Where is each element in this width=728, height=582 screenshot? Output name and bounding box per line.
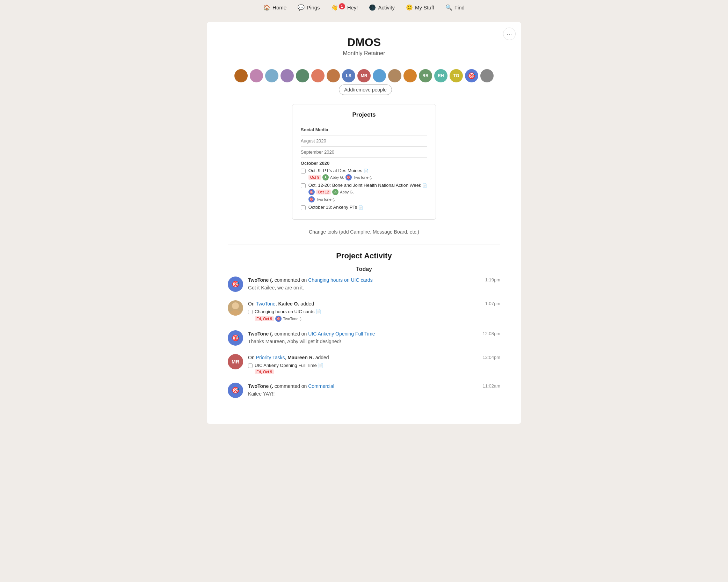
date-tag: Oct 9 (308, 175, 321, 180)
change-tools-link[interactable]: Change tools (add Campfire, Message Boar… (309, 229, 419, 235)
activity-item: 🎯 TwoTone (. commented on Changing hours… (228, 277, 500, 292)
activity-project-link[interactable]: Priority Tasks (256, 355, 285, 360)
avatar[interactable]: LS (342, 69, 355, 82)
project-title: DMOS (214, 36, 514, 49)
mini-avatar: A (322, 174, 329, 181)
aug2020-label[interactable]: August 2020 (301, 138, 427, 143)
assignee-label: TwoTone (. (283, 317, 302, 321)
activity-item: MR On Priority Tasks, Maureen R. added 1… (228, 354, 500, 374)
mini-avatar: 🎯 (345, 174, 352, 181)
sep2020-label[interactable]: September 2020 (301, 149, 427, 155)
avatar[interactable] (265, 69, 278, 82)
projects-box-title: Projects (301, 111, 427, 118)
project-header: DMOS Monthly Retainer (207, 22, 521, 64)
mini-avatar: 🎯 (308, 189, 315, 195)
nav-home-label: Home (272, 5, 286, 10)
project-subtitle: Monthly Retainer (214, 50, 514, 57)
avatar[interactable]: MR (357, 69, 371, 82)
activity-link[interactable]: UIC Ankeny Opening Full Time (308, 331, 375, 337)
doc-icon: 📄 (316, 309, 321, 314)
nav-mystuff-label: My Stuff (415, 5, 434, 10)
activity-text: On TwoTone, Kailee O. added (248, 300, 314, 308)
activity-meta: Fri, Oct 9 (255, 369, 323, 374)
add-remove-people-button[interactable]: Add/remove people (339, 84, 392, 95)
more-options-button[interactable]: ··· (503, 28, 516, 40)
nav-activity-label: Activity (378, 5, 395, 10)
doc-icon: 📄 (318, 363, 323, 368)
date-tag: Oct 12 (316, 190, 331, 194)
nav-home[interactable]: 🏠 Home (263, 4, 286, 11)
nav-hey[interactable]: 👋 1 Hey! (331, 4, 358, 11)
avatar[interactable]: RR (419, 69, 432, 82)
assignee-label: TwoTone (. (353, 175, 372, 179)
activity-link[interactable]: Changing hours on UIC cards (308, 277, 372, 283)
todo-checkbox[interactable] (301, 169, 306, 174)
nav-pings[interactable]: 💬 Pings (298, 4, 320, 11)
activity-project-link[interactable]: TwoTone (256, 301, 276, 307)
activity-body: TwoTone (. commented on Changing hours o… (248, 277, 500, 290)
avatar[interactable]: RH (434, 69, 447, 82)
todo-text: October 13: Ankeny PTs 📄 (308, 205, 363, 210)
find-icon: 🔍 (445, 4, 452, 11)
todo-checkbox[interactable] (248, 310, 253, 314)
activity-body: On TwoTone, Kailee O. added 1:07pm Chang… (248, 300, 500, 322)
svg-point-1 (230, 310, 241, 316)
avatar[interactable] (327, 69, 340, 82)
todo-checkbox[interactable] (248, 363, 253, 368)
todo-checkbox[interactable] (301, 183, 306, 188)
doc-icon: 📄 (364, 169, 369, 173)
doc-icon: 📄 (358, 205, 363, 209)
top-navigation: 🏠 Home 💬 Pings 👋 1 Hey! 🌑 Activity 🙂 My … (0, 0, 728, 15)
avatar[interactable]: 🎯 (465, 69, 478, 82)
avatar[interactable] (480, 69, 494, 82)
todo-item: Oct. 9: PT's at Des Moines 📄 Oct 9 A Abb… (301, 168, 427, 181)
activity-body: TwoTone (. commented on Commercial 11:02… (248, 383, 500, 397)
avatar[interactable] (250, 69, 263, 82)
activity-item: 🎯 TwoTone (. commented on Commercial 11:… (228, 383, 500, 398)
change-tools: Change tools (add Campfire, Message Boar… (207, 223, 521, 241)
avatar[interactable] (403, 69, 417, 82)
activity-link[interactable]: Commercial (308, 383, 334, 389)
activity-text: TwoTone (. commented on UIC Ankeny Openi… (248, 330, 375, 338)
activity-actor: TwoTone (. (248, 383, 273, 389)
todo-checkbox[interactable] (301, 205, 306, 210)
avatar[interactable] (373, 69, 386, 82)
hey-badge: 1 (339, 3, 345, 9)
activity-header-row: TwoTone (. commented on Commercial 11:02… (248, 383, 500, 390)
activity-header-row: TwoTone (. commented on Changing hours o… (248, 277, 500, 284)
assignee-label: TwoTone (. (316, 197, 335, 201)
avatar[interactable] (234, 69, 248, 82)
activity-time: 12:04pm (482, 355, 500, 360)
avatar[interactable] (296, 69, 309, 82)
activity-time: 1:19pm (485, 277, 500, 282)
activity-text: TwoTone (. commented on Changing hours o… (248, 277, 373, 284)
activity-item: On TwoTone, Kailee O. added 1:07pm Chang… (228, 300, 500, 322)
avatar[interactable] (388, 69, 401, 82)
nav-mystuff[interactable]: 🙂 My Stuff (406, 4, 434, 11)
activity-text: TwoTone (. commented on Commercial (248, 383, 334, 390)
activity-avatar[interactable]: 🎯 (228, 277, 243, 292)
activity-avatar[interactable]: 🎯 (228, 383, 243, 398)
activity-actor: Kailee O. (278, 301, 299, 307)
activity-time: 11:02am (482, 383, 500, 389)
activity-avatar[interactable]: 🎯 (228, 330, 243, 346)
activity-actor: TwoTone (. (248, 277, 273, 283)
nav-find[interactable]: 🔍 Find (445, 4, 465, 11)
activity-actor: TwoTone (. (248, 331, 273, 337)
doc-icon: 📄 (422, 183, 427, 187)
nav-activity[interactable]: 🌑 Activity (369, 4, 395, 11)
activity-icon: 🌑 (369, 4, 376, 11)
activity-avatar[interactable] (228, 300, 243, 316)
activity-header-row: On TwoTone, Kailee O. added 1:07pm (248, 300, 500, 308)
home-icon: 🏠 (263, 4, 270, 11)
avatar[interactable] (281, 69, 294, 82)
mini-avatar: 🎯 (308, 196, 315, 202)
mini-avatar: A (332, 189, 338, 195)
activity-comment: Got it Kailee, we are on it. (248, 285, 500, 290)
avatar[interactable]: TG (450, 69, 463, 82)
activity-body: On Priority Tasks, Maureen R. added 12:0… (248, 354, 500, 374)
main-content: ··· DMOS Monthly Retainer LS MR RR RH (207, 22, 521, 424)
activity-section: Project Activity Today 🎯 TwoTone (. comm… (207, 241, 521, 410)
avatar[interactable] (311, 69, 325, 82)
activity-avatar[interactable]: MR (228, 354, 243, 369)
